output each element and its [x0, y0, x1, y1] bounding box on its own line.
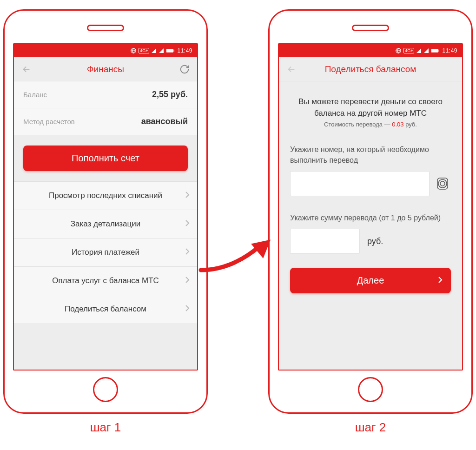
status-bar: 4G+ 11:49 [14, 44, 197, 57]
network-indicator: 4G+ [139, 48, 149, 53]
phone-field-label: Укажите номер, на который необходимо вып… [290, 145, 451, 165]
next-button[interactable]: Далее [290, 268, 451, 293]
menu-item-label: Заказ детализации [71, 219, 141, 229]
menu-item-label: Оплата услуг с баланса МТС [52, 276, 159, 285]
phone-speaker [87, 25, 124, 31]
method-value: авансовый [141, 117, 188, 126]
method-label: Метод расчетов [23, 118, 75, 126]
arrow-icon [198, 233, 278, 277]
status-time: 11:49 [177, 47, 192, 54]
network-indicator: 4G+ [403, 48, 414, 53]
step-label-1: шаг 1 [90, 420, 121, 435]
svg-rect-5 [439, 50, 440, 52]
menu-item-label: История платежей [72, 248, 139, 257]
chevron-right-icon [185, 304, 190, 314]
cost-suffix: руб. [404, 121, 417, 128]
menu-item-history[interactable]: История платежей [14, 238, 197, 266]
status-icons: 4G+ [395, 47, 439, 54]
back-icon[interactable] [286, 64, 298, 74]
svg-rect-4 [431, 49, 438, 53]
share-description: Вы можете перевести деньги со своего бал… [290, 96, 451, 119]
menu-item-recent[interactable]: Просмотр последних списаний [14, 181, 197, 210]
menu-item-detail[interactable]: Заказ детализации [14, 210, 197, 238]
home-button[interactable] [93, 377, 118, 402]
home-button[interactable] [358, 377, 383, 402]
topup-button[interactable]: Пополнить счет [23, 146, 188, 171]
page-title: Поделиться балансом [298, 64, 443, 74]
content-area: Баланс 2,55 руб. Метод расчетов авансовы… [14, 81, 197, 370]
step-label-2: шаг 2 [355, 420, 386, 435]
balance-value: 2,55 руб. [152, 90, 188, 99]
share-cost: Стоимость перевода — 0.03 руб. [290, 121, 451, 128]
refresh-icon[interactable] [178, 64, 190, 74]
menu-item-label: Просмотр последних списаний [49, 191, 162, 200]
menu-list: Просмотр последних списаний Заказ детали… [14, 181, 197, 323]
method-row: Метод расчетов авансовый [14, 108, 197, 135]
balance-label: Баланс [23, 91, 47, 99]
svg-point-7 [440, 181, 445, 186]
back-icon[interactable] [21, 64, 33, 74]
phone-input[interactable] [290, 171, 430, 196]
app-bar: Финансы [14, 57, 197, 81]
content-area: Вы можете перевести деньги со своего бал… [279, 81, 462, 370]
screen-step2: 4G+ 11:49 Поделиться балансом Вы можете … [278, 43, 463, 371]
status-icons: 4G+ [130, 47, 174, 54]
menu-item-share[interactable]: Поделиться балансом [14, 295, 197, 323]
menu-item-label: Поделиться балансом [65, 304, 146, 314]
contacts-icon[interactable] [434, 175, 451, 192]
status-time: 11:49 [442, 47, 457, 54]
topup-button-label: Пополнить счет [72, 153, 139, 164]
menu-item-pay[interactable]: Оплата услуг с баланса МТС [14, 266, 197, 295]
phone-frame-step1: 4G+ 11:49 Финансы Баланс 2, [3, 9, 208, 414]
svg-point-8 [438, 179, 447, 188]
chevron-right-icon [185, 219, 190, 229]
app-bar: Поделиться балансом [279, 57, 462, 81]
cost-value: 0.03 [392, 121, 403, 128]
phone-speaker [352, 25, 389, 31]
amount-input[interactable] [290, 229, 360, 254]
svg-rect-2 [174, 50, 175, 52]
svg-rect-1 [166, 49, 173, 53]
balance-row: Баланс 2,55 руб. [14, 81, 197, 108]
page-title: Финансы [33, 64, 178, 74]
cost-prefix: Стоимость перевода — [324, 121, 392, 128]
chevron-right-icon [185, 248, 190, 258]
next-button-label: Далее [357, 275, 384, 286]
phone-frame-step2: 4G+ 11:49 Поделиться балансом Вы можете … [268, 9, 473, 414]
chevron-right-icon [185, 276, 190, 286]
status-bar: 4G+ 11:49 [279, 44, 462, 57]
screen-step1: 4G+ 11:49 Финансы Баланс 2, [13, 43, 198, 371]
chevron-right-icon [185, 191, 190, 201]
amount-unit: руб. [367, 237, 383, 246]
chevron-right-icon [438, 275, 443, 286]
amount-field-label: Укажите сумму перевода (от 1 до 5 рублей… [290, 213, 451, 223]
